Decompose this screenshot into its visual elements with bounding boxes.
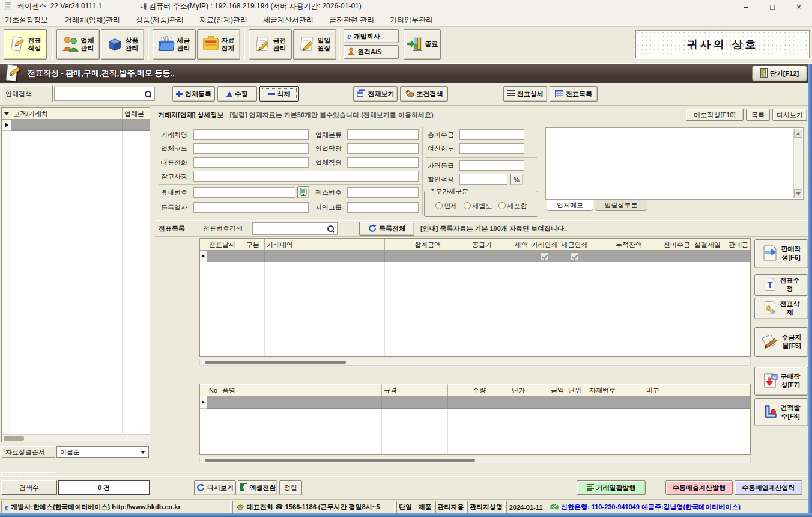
manual-sales-button[interactable]: 수동매출계산발행 xyxy=(665,480,733,495)
region-group-input[interactable] xyxy=(347,202,419,213)
toolbar-remote-as-button[interactable]: 원격A/S xyxy=(344,45,399,59)
customer-grid-hscrollbar[interactable] xyxy=(2,434,150,442)
menu-item-data-manage[interactable]: 자료(집계)관리 xyxy=(199,15,247,25)
column-header[interactable]: 누적잔액 xyxy=(590,239,644,251)
menu-item-product-manage[interactable]: 상품(제품)관리 xyxy=(136,15,184,25)
toolbar-voucher-write-button[interactable]: 전표작성 xyxy=(4,29,47,60)
toolbar-exit-button[interactable]: 종료 xyxy=(404,29,441,60)
toolbar-daily-ledger-button[interactable]: 일일원장 xyxy=(293,29,336,60)
total-receivable-input[interactable] xyxy=(459,129,524,140)
sale-write-button[interactable]: 판매작성[F6] xyxy=(754,239,808,268)
reload-button[interactable]: 다시보기 xyxy=(772,109,807,121)
toolbar-product-manage-button[interactable]: 상품관리 xyxy=(101,29,144,60)
view-all-button[interactable]: 전체보기 xyxy=(353,86,398,102)
hscroll-thumb[interactable] xyxy=(4,436,24,441)
vat-option-separate[interactable]: 세별도 xyxy=(464,201,492,210)
company-staff-input[interactable] xyxy=(347,157,419,168)
company-memo-box[interactable] xyxy=(545,127,804,200)
menu-item-money-manage[interactable]: 금전관련 관리 xyxy=(329,15,374,25)
customer-grid-selected-row[interactable] xyxy=(2,120,150,131)
close-button[interactable]: × xyxy=(786,0,812,13)
toolbar-company-manage-button[interactable]: 업체관리 xyxy=(56,29,100,60)
client-name-input[interactable] xyxy=(193,129,309,140)
hscroll-thumb[interactable] xyxy=(205,459,475,462)
memo-vscrollbar[interactable] xyxy=(793,129,802,198)
column-header[interactable]: 세금인쇄 xyxy=(559,239,590,251)
scroll-up-button[interactable] xyxy=(794,129,802,138)
column-header[interactable]: No xyxy=(207,384,220,396)
company-code-input[interactable] xyxy=(193,143,309,154)
column-header[interactable]: 전미수금 xyxy=(644,239,692,251)
scroll-down-button[interactable] xyxy=(794,189,802,198)
column-header[interactable]: 실결제일 xyxy=(692,239,724,251)
list-button[interactable]: 목록 xyxy=(746,109,770,121)
column-header[interactable]: 거래인쇄 xyxy=(530,239,559,251)
vat-option-included[interactable]: 세포함 xyxy=(498,201,527,210)
quote-order-button[interactable]: 견적발주[F8] xyxy=(754,398,808,426)
menu-item-taxinvoice-manage[interactable]: 세금계산서관리 xyxy=(263,15,314,25)
column-header[interactable]: 거래내역 xyxy=(265,239,385,251)
list-all-button[interactable]: 목록전체 xyxy=(359,222,414,236)
company-type-column-header[interactable]: 업체분 xyxy=(123,108,150,120)
column-header[interactable]: 품명 xyxy=(220,384,382,396)
column-header[interactable]: 합계금액 xyxy=(385,239,443,251)
company-search-input-box[interactable] xyxy=(54,87,155,101)
toolbar-dev-company-button[interactable]: e 개발회사 xyxy=(344,29,399,43)
voucher-number-search-input[interactable] xyxy=(252,222,338,235)
fax-input[interactable] xyxy=(347,187,419,198)
credit-limit-input[interactable] xyxy=(459,143,524,154)
excel-export-button[interactable]: X 엑셀전환 xyxy=(238,480,277,495)
memo-write-button[interactable]: 메모작성[F10] xyxy=(686,109,744,121)
maximize-button[interactable]: □ xyxy=(759,0,786,13)
mobile-input[interactable] xyxy=(193,187,295,198)
grid-corner-dropdown[interactable] xyxy=(2,108,11,120)
minimize-button[interactable]: – xyxy=(733,0,759,13)
column-header[interactable]: 세액 xyxy=(494,239,530,251)
main-phone-input[interactable] xyxy=(193,157,309,168)
column-header[interactable]: 수량 xyxy=(448,384,488,396)
manual-purchase-button[interactable]: 수동매입계산입력 xyxy=(735,480,802,495)
company-register-button[interactable]: 업체등록 xyxy=(172,86,215,102)
menu-item-basic-settings[interactable]: 기초설정정보 xyxy=(5,15,56,25)
column-header[interactable]: 단가 xyxy=(488,384,527,396)
payment-button[interactable]: 수금지불[F5] xyxy=(754,327,808,357)
modify-button[interactable]: 수정 xyxy=(217,86,257,102)
column-header[interactable]: 자재번호 xyxy=(587,384,644,396)
column-header[interactable]: 금액 xyxy=(527,384,566,396)
item-selected-row[interactable] xyxy=(200,396,750,409)
voucher-delete-button[interactable]: 전표삭제 xyxy=(754,298,808,319)
tab-company-memo[interactable]: 업체메모 xyxy=(547,200,593,211)
item-table-hscrollbar[interactable] xyxy=(199,457,751,463)
sort-order-combo[interactable]: 이름순 xyxy=(56,446,149,458)
column-header[interactable]: 단위 xyxy=(566,384,587,396)
toolbar-money-manage-button[interactable]: 금전관리 xyxy=(249,29,292,60)
condition-search-button[interactable]: 조건검색 xyxy=(400,86,448,102)
column-header[interactable]: 규격 xyxy=(382,384,448,396)
voucher-selected-row[interactable] xyxy=(200,251,750,262)
column-header[interactable]: 공급가 xyxy=(443,239,494,251)
form-close-button[interactable]: 닫기[F12] xyxy=(752,66,807,81)
column-header[interactable]: 비고 xyxy=(644,384,750,396)
bottom-refresh-button[interactable]: 다시보기 xyxy=(194,480,236,495)
voucher-list-button[interactable]: 전표목록 xyxy=(550,86,598,102)
voucher-table-hscrollbar[interactable] xyxy=(199,359,751,366)
company-category-input[interactable] xyxy=(347,129,419,140)
register-date-input[interactable] xyxy=(193,202,309,213)
hscroll-thumb[interactable] xyxy=(205,361,346,364)
tax-print-checkbox[interactable] xyxy=(571,252,578,260)
delete-button[interactable]: 삭제 xyxy=(259,86,299,102)
price-grade-input[interactable] xyxy=(459,160,524,171)
voucher-detail-button[interactable]: 전표상세 xyxy=(503,86,547,102)
mobile-phone-button[interactable] xyxy=(297,186,309,198)
remarks-input[interactable] xyxy=(193,171,419,182)
column-header[interactable]: 전표날짜 xyxy=(207,239,244,251)
sort-button[interactable]: 정렬 xyxy=(279,480,302,495)
purchase-write-button[interactable]: G 구매작성[F7] xyxy=(754,367,808,396)
customer-column-header[interactable]: 고객/거래처 xyxy=(11,108,123,120)
column-header[interactable]: 구분 xyxy=(244,239,265,251)
toolbar-tax-manage-button[interactable]: 세금관리 xyxy=(153,29,196,60)
discount-input[interactable] xyxy=(459,174,507,185)
vat-option-exempt[interactable]: 면세 xyxy=(435,201,458,210)
batch-issue-button[interactable]: 거래일괄발행 xyxy=(577,480,646,495)
menu-item-etc-manage[interactable]: 기타업무관리 xyxy=(390,15,433,25)
